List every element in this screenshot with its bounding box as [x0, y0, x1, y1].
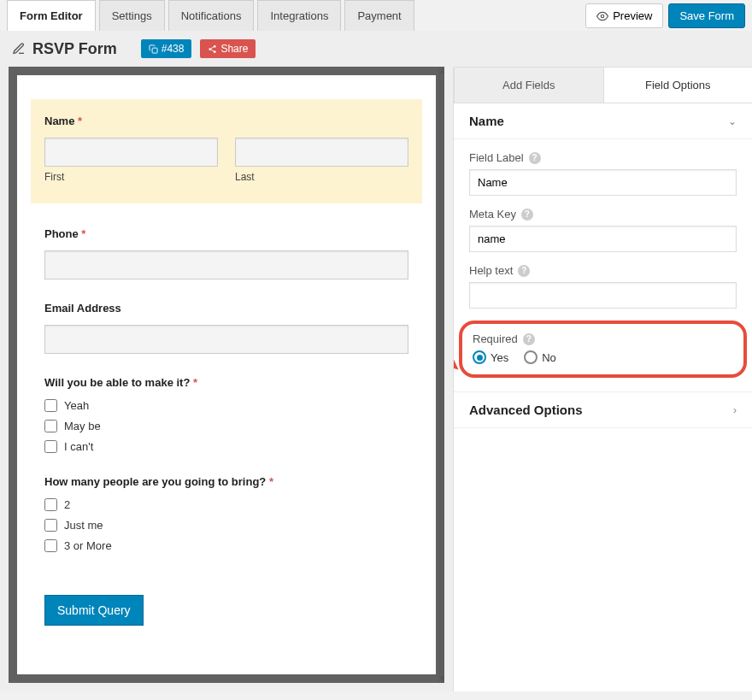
- form-preview-column: Name * First Last: [0, 67, 453, 691]
- side-tab-field-options[interactable]: Field Options: [604, 67, 753, 103]
- share-label: Share: [220, 43, 248, 55]
- last-sublabel: Last: [235, 171, 408, 183]
- field-attend-label: Will you be able to make it? *: [44, 376, 408, 389]
- help-text-input[interactable]: [469, 282, 737, 309]
- scroll-up-arrow[interactable]: ▲: [438, 67, 444, 75]
- required-highlight: ➤ Required ? Yes No: [459, 321, 747, 378]
- last-name-input[interactable]: [235, 138, 408, 167]
- help-text-label: Help text ?: [469, 264, 737, 277]
- svg-point-0: [601, 15, 604, 18]
- svg-point-4: [214, 50, 216, 53]
- submit-button[interactable]: Submit Query: [44, 595, 144, 626]
- field-email[interactable]: Email Address: [44, 302, 408, 354]
- field-attend[interactable]: Will you be able to make it? * Yeah May …: [44, 376, 408, 453]
- guests-opt-1[interactable]: Just me: [44, 519, 408, 532]
- required-no-radio[interactable]: No: [524, 350, 556, 364]
- guests-opt-2[interactable]: 3 or More: [44, 539, 408, 552]
- section-header-name[interactable]: Name ⌄: [454, 103, 752, 139]
- preview-label: Preview: [613, 9, 652, 22]
- section-title-advanced: Advanced Options: [469, 403, 583, 417]
- guests-opt-0[interactable]: 2: [44, 498, 408, 511]
- meta-key-input[interactable]: [469, 226, 737, 252]
- field-phone[interactable]: Phone *: [44, 227, 408, 279]
- attend-opt-1[interactable]: May be: [44, 420, 408, 432]
- svg-point-2: [214, 44, 216, 47]
- form-id-badge[interactable]: #438: [141, 39, 192, 58]
- field-email-label: Email Address: [44, 302, 408, 315]
- pencil-icon[interactable]: [12, 42, 26, 56]
- form-title[interactable]: RSVP Form: [32, 40, 117, 58]
- field-guests-label: How many people are you going to bring? …: [44, 475, 408, 488]
- scroll-down-arrow[interactable]: ▼: [438, 674, 444, 683]
- svg-rect-1: [152, 48, 157, 53]
- section-header-advanced[interactable]: Advanced Options ›: [454, 391, 752, 428]
- email-input[interactable]: [44, 325, 408, 354]
- tab-form-editor[interactable]: Form Editor: [7, 0, 96, 31]
- help-icon[interactable]: ?: [518, 265, 530, 277]
- form-canvas: Name * First Last: [17, 75, 436, 674]
- required-label: Required ?: [473, 332, 733, 345]
- save-form-button[interactable]: Save Form: [668, 3, 745, 28]
- section-title-name: Name: [469, 114, 504, 128]
- side-tab-add-fields[interactable]: Add Fields: [454, 67, 604, 103]
- field-name-label: Name *: [44, 115, 408, 127]
- help-icon[interactable]: ?: [529, 152, 541, 164]
- copy-icon: [149, 44, 158, 54]
- field-name[interactable]: Name * First Last: [31, 99, 422, 203]
- arrow-annotation: ➤: [454, 346, 468, 380]
- field-phone-label: Phone *: [44, 227, 408, 240]
- required-yes-radio[interactable]: Yes: [473, 350, 508, 364]
- field-label-label: Field Label ?: [469, 151, 737, 164]
- tab-payment[interactable]: Payment: [344, 0, 414, 31]
- chevron-down-icon: ⌄: [728, 115, 737, 127]
- field-label-input[interactable]: [469, 169, 737, 196]
- share-icon: [208, 44, 217, 54]
- field-options-panel: Add Fields Field Options Name ⌄ Field La…: [453, 67, 752, 691]
- share-button[interactable]: Share: [200, 39, 256, 58]
- tab-integrations[interactable]: Integrations: [257, 0, 341, 31]
- help-icon[interactable]: ?: [523, 333, 535, 345]
- attend-opt-0[interactable]: Yeah: [44, 399, 408, 412]
- preview-button[interactable]: Preview: [585, 3, 663, 28]
- help-icon[interactable]: ?: [521, 209, 533, 221]
- chevron-right-icon: ›: [733, 404, 737, 416]
- tab-settings[interactable]: Settings: [99, 0, 165, 31]
- first-sublabel: First: [44, 171, 218, 183]
- svg-line-5: [211, 50, 214, 51]
- form-title-row: RSVP Form: [12, 40, 117, 58]
- scrollbar[interactable]: ▲ ▼: [438, 67, 444, 683]
- main-tabs: Form Editor Settings Notifications Integ…: [7, 0, 414, 31]
- form-id-label: #438: [162, 43, 185, 55]
- phone-input[interactable]: [44, 250, 408, 279]
- field-guests[interactable]: How many people are you going to bring? …: [44, 475, 408, 552]
- attend-opt-2[interactable]: I can't: [44, 440, 408, 453]
- eye-icon: [596, 10, 608, 22]
- meta-key-label: Meta Key ?: [469, 208, 737, 221]
- svg-point-3: [209, 48, 212, 50]
- first-name-input[interactable]: [44, 138, 218, 167]
- tab-notifications[interactable]: Notifications: [168, 0, 255, 31]
- svg-line-6: [211, 46, 214, 48]
